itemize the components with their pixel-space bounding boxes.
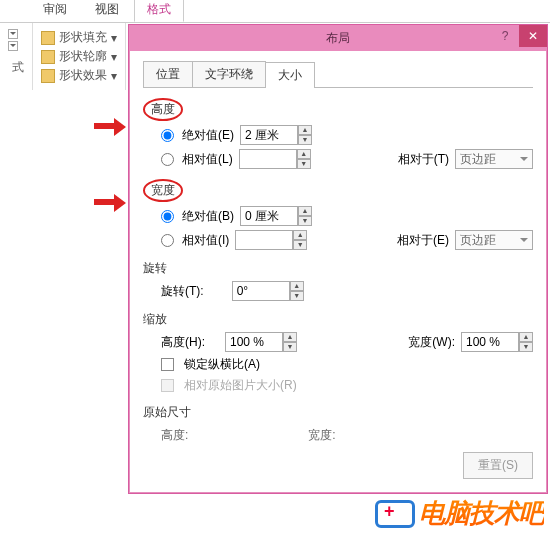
rotate-label: 旋转 bbox=[143, 260, 533, 277]
width-relto-label: 相对于(E) bbox=[397, 232, 449, 249]
height-rel-radio[interactable] bbox=[161, 153, 174, 166]
spin-up[interactable]: ▲ bbox=[297, 149, 311, 159]
spin-up[interactable]: ▲ bbox=[298, 125, 312, 135]
height-abs-radio[interactable] bbox=[161, 129, 174, 142]
watermark: 电脑技术吧 bbox=[375, 496, 544, 531]
height-label: 高度 bbox=[143, 98, 183, 121]
shape-outline-icon bbox=[41, 50, 55, 64]
spin-up[interactable]: ▲ bbox=[293, 230, 307, 240]
lock-aspect-checkbox[interactable] bbox=[161, 358, 174, 371]
width-abs-label: 绝对值(B) bbox=[182, 208, 234, 225]
spin-down[interactable]: ▼ bbox=[298, 216, 312, 226]
spin-down[interactable]: ▼ bbox=[293, 240, 307, 250]
relative-orig-label: 相对原始图片大小(R) bbox=[184, 377, 297, 394]
width-abs-radio[interactable] bbox=[161, 210, 174, 223]
spin-down[interactable]: ▼ bbox=[519, 342, 533, 352]
height-relto-label: 相对于(T) bbox=[398, 151, 449, 168]
layout-dialog: 布局 ? ✕ 位置 文字环绕 大小 高度 绝对值(E) ▲▼ 相对值(L) ▲▼ bbox=[128, 24, 548, 494]
ribbon-tab-view[interactable]: 视图 bbox=[82, 0, 132, 22]
help-button[interactable]: ? bbox=[491, 25, 519, 47]
style-dropdown[interactable] bbox=[8, 29, 18, 39]
scale-w-input[interactable] bbox=[461, 332, 519, 352]
spin-up[interactable]: ▲ bbox=[290, 281, 304, 291]
style-group-label: 式 bbox=[8, 53, 24, 76]
original-width-label: 宽度: bbox=[308, 427, 335, 444]
spin-up[interactable]: ▲ bbox=[298, 206, 312, 216]
scale-h-label: 高度(H): bbox=[161, 334, 205, 351]
height-rel-label: 相对值(L) bbox=[182, 151, 233, 168]
scale-w-label: 宽度(W): bbox=[408, 334, 455, 351]
tab-wrap[interactable]: 文字环绕 bbox=[192, 61, 266, 87]
spin-up[interactable]: ▲ bbox=[283, 332, 297, 342]
ribbon-tab-format[interactable]: 格式 bbox=[134, 0, 184, 22]
ribbon-tabs: 审阅 视图 格式 bbox=[0, 0, 550, 22]
shape-fill-icon bbox=[41, 31, 55, 45]
shape-outline-button[interactable]: 形状轮廓 bbox=[59, 48, 107, 65]
height-relto-select[interactable]: 页边距 bbox=[455, 149, 533, 169]
style-expand[interactable] bbox=[8, 41, 18, 51]
height-rel-input[interactable] bbox=[239, 149, 297, 169]
original-label: 原始尺寸 bbox=[143, 404, 533, 421]
rotate-input[interactable] bbox=[232, 281, 290, 301]
watermark-text: 电脑技术吧 bbox=[419, 496, 544, 531]
width-label: 宽度 bbox=[143, 179, 183, 202]
height-abs-input[interactable] bbox=[240, 125, 298, 145]
dialog-title: 布局 bbox=[326, 30, 350, 47]
callout-arrow-height bbox=[94, 118, 128, 136]
rotate-field-label: 旋转(T): bbox=[161, 283, 204, 300]
dialog-titlebar[interactable]: 布局 ? ✕ bbox=[129, 25, 547, 51]
scale-h-input[interactable] bbox=[225, 332, 283, 352]
close-button[interactable]: ✕ bbox=[519, 25, 547, 47]
spin-down[interactable]: ▼ bbox=[290, 291, 304, 301]
spin-down[interactable]: ▼ bbox=[298, 135, 312, 145]
watermark-icon bbox=[375, 500, 415, 528]
height-abs-label: 绝对值(E) bbox=[182, 127, 234, 144]
shape-effects-icon bbox=[41, 69, 55, 83]
width-rel-radio[interactable] bbox=[161, 234, 174, 247]
ribbon-tab-review[interactable]: 审阅 bbox=[30, 0, 80, 22]
shape-fill-button[interactable]: 形状填充 bbox=[59, 29, 107, 46]
width-rel-label: 相对值(I) bbox=[182, 232, 229, 249]
width-rel-input[interactable] bbox=[235, 230, 293, 250]
reset-button[interactable]: 重置(S) bbox=[463, 452, 533, 479]
width-relto-select[interactable]: 页边距 bbox=[455, 230, 533, 250]
dialog-tabs: 位置 文字环绕 大小 bbox=[143, 61, 533, 88]
original-height-label: 高度: bbox=[161, 427, 188, 444]
lock-aspect-label: 锁定纵横比(A) bbox=[184, 356, 260, 373]
spin-up[interactable]: ▲ bbox=[519, 332, 533, 342]
shape-effects-button[interactable]: 形状效果 bbox=[59, 67, 107, 84]
tab-position[interactable]: 位置 bbox=[143, 61, 193, 87]
width-abs-input[interactable] bbox=[240, 206, 298, 226]
spin-down[interactable]: ▼ bbox=[283, 342, 297, 352]
scale-label: 缩放 bbox=[143, 311, 533, 328]
callout-arrow-width bbox=[94, 194, 128, 212]
spin-down[interactable]: ▼ bbox=[297, 159, 311, 169]
tab-size[interactable]: 大小 bbox=[265, 62, 315, 88]
relative-orig-checkbox bbox=[161, 379, 174, 392]
